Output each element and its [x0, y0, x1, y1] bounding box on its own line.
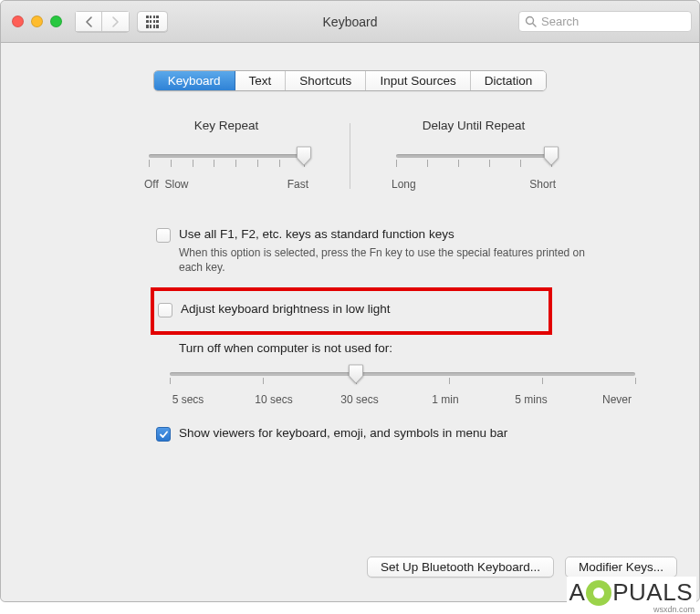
- window-controls: [12, 16, 62, 27]
- divider: [350, 123, 350, 189]
- delay-title: Delay Until Repeat: [423, 119, 526, 132]
- tab-keyboard[interactable]: Keyboard: [154, 71, 235, 90]
- navigation-buttons: [75, 11, 130, 32]
- tab-dictation[interactable]: Dictation: [471, 71, 547, 90]
- fn-keys-checkbox[interactable]: [156, 228, 171, 243]
- watermark-logo: A PUALS: [567, 577, 696, 609]
- fn-keys-description: When this option is selected, press the …: [179, 245, 599, 275]
- delay-slider[interactable]: [396, 151, 551, 176]
- tab-text[interactable]: Text: [235, 71, 287, 90]
- adjust-brightness-checkbox[interactable]: [158, 303, 172, 317]
- delay-block: Delay Until Repeat Long: [369, 119, 579, 191]
- slider-thumb[interactable]: [297, 146, 312, 166]
- back-button[interactable]: [75, 11, 102, 32]
- watermark-url: wsxdn.com: [653, 605, 695, 614]
- preferences-window: Keyboard Search Keyboard Text Shortcuts …: [0, 0, 700, 602]
- key-repeat-slider[interactable]: [149, 151, 304, 176]
- show-viewers-row: Show viewers for keyboard, emoji, and sy…: [156, 426, 599, 442]
- key-repeat-block: Key Repeat: [121, 119, 331, 191]
- show-viewers-checkbox[interactable]: [156, 427, 171, 442]
- minimize-icon[interactable]: [31, 16, 43, 27]
- close-icon[interactable]: [12, 16, 24, 27]
- forward-button[interactable]: [102, 11, 130, 32]
- bottom-buttons: Set Up Bluetooth Keyboard... Modifier Ke…: [367, 557, 677, 578]
- delay-right-label: Short: [529, 178, 556, 191]
- chevron-left-icon: [85, 16, 93, 27]
- search-input[interactable]: Search: [518, 11, 692, 32]
- svg-line-1: [533, 24, 536, 26]
- content-area: Keyboard Text Shortcuts Input Sources Di…: [1, 43, 699, 601]
- search-icon: [525, 16, 537, 27]
- titlebar: Keyboard Search: [1, 1, 699, 43]
- tab-input-sources[interactable]: Input Sources: [366, 71, 470, 90]
- modifier-keys-button[interactable]: Modifier Keys...: [565, 557, 677, 578]
- watermark-icon: [586, 580, 611, 606]
- highlighted-option: Adjust keyboard brightness in low light: [151, 287, 552, 335]
- setup-bluetooth-button[interactable]: Set Up Bluetooth Keyboard...: [367, 557, 554, 578]
- slider-thumb[interactable]: [349, 364, 364, 384]
- fn-keys-row: Use all F1, F2, etc. keys as standard fu…: [156, 227, 599, 243]
- tab-bar: Keyboard Text Shortcuts Input Sources Di…: [153, 70, 547, 91]
- adjust-brightness-label: Adjust keyboard brightness in low light: [181, 302, 391, 316]
- tab-shortcuts[interactable]: Shortcuts: [286, 71, 366, 90]
- key-repeat-right-label: Fast: [287, 178, 308, 191]
- show-viewers-label: Show viewers for keyboard, emoji, and sy…: [179, 426, 507, 440]
- key-repeat-left-label: Off Slow: [144, 178, 188, 191]
- options-column: Use all F1, F2, etc. keys as standard fu…: [156, 227, 599, 442]
- key-repeat-title: Key Repeat: [194, 119, 259, 132]
- slider-thumb[interactable]: [544, 146, 559, 166]
- chevron-right-icon: [111, 16, 120, 27]
- show-all-button[interactable]: [137, 11, 168, 32]
- settings-area: Key Repeat: [1, 91, 699, 444]
- slider-row: Key Repeat: [56, 119, 644, 191]
- idle-off-slider[interactable]: 5 secs 10 secs 30 secs 1 min 5 mins Neve…: [170, 369, 635, 406]
- idle-off-labels: 5 secs 10 secs 30 secs 1 min 5 mins Neve…: [156, 393, 649, 406]
- adjust-brightness-row: Adjust keyboard brightness in low light: [158, 302, 543, 317]
- delay-left-label: Long: [392, 178, 416, 191]
- idle-off-title: Turn off when computer is not used for:: [179, 341, 599, 355]
- check-icon: [159, 430, 169, 440]
- zoom-icon[interactable]: [50, 16, 62, 27]
- search-placeholder: Search: [541, 16, 579, 27]
- fn-keys-label: Use all F1, F2, etc. keys as standard fu…: [179, 227, 454, 241]
- grid-icon: [146, 16, 159, 28]
